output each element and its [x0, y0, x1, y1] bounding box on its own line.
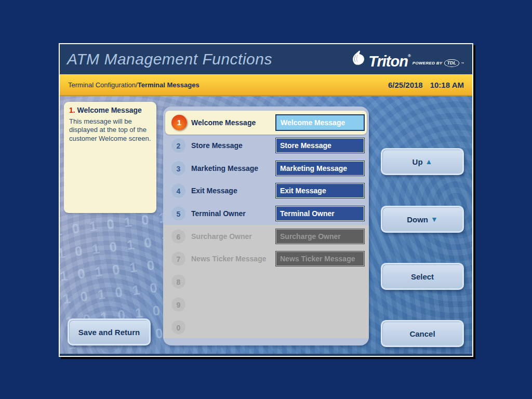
select-button[interactable]: Select: [381, 263, 464, 290]
menu-row: 8: [165, 270, 367, 293]
menu-row: 6 Surcharge Owner Surcharge Owner: [165, 225, 367, 248]
content-area: 1 0 1 0 1 0 1 0 1 0 1 0 1 01 0 1 0 1 0 1…: [60, 96, 472, 354]
info-title: 1. Welcome Message: [69, 106, 152, 114]
menu-item-number: 9: [171, 298, 185, 312]
menu-panel: 1 Welcome Message Welcome Message 2 Stor…: [163, 107, 369, 345]
menu-row: 0: [165, 316, 367, 339]
brand-logo: Triton® POWERED BY TDL ™: [351, 49, 472, 69]
trademark-icon: ™: [461, 62, 464, 65]
info-number: 1.: [69, 106, 75, 114]
menu-item-number: 8: [171, 275, 185, 289]
up-button-label: Up: [413, 157, 423, 166]
save-and-return-label: Save and Return: [78, 328, 140, 337]
down-arrow-icon: ▼: [431, 215, 438, 223]
shell-icon: [351, 49, 366, 68]
down-button-label: Down: [407, 215, 428, 224]
datetime: 6/25/2018 10:18 AM: [388, 81, 464, 89]
up-button[interactable]: Up▲: [381, 148, 464, 175]
menu-row[interactable]: 3 Marketing Message Marketing Message: [165, 157, 367, 180]
menu-row[interactable]: 1 Welcome Message Welcome Message: [165, 111, 367, 135]
header-bar: ATM Management Functions Triton® POWERED…: [60, 44, 472, 74]
menu-item-number: 1: [171, 115, 187, 130]
menu-item-number: 6: [171, 230, 185, 244]
menu-item-number: 7: [171, 252, 185, 266]
menu-item-label: News Ticker Message: [191, 255, 267, 263]
menu-row[interactable]: 2 Store Message Store Message: [165, 134, 367, 157]
menu-row[interactable]: 4 Exit Message Exit Message: [165, 179, 367, 202]
tdl-badge: TDL: [444, 59, 460, 67]
cancel-button[interactable]: Cancel: [381, 320, 464, 347]
menu-item-label: Marketing Message: [191, 164, 258, 172]
menu-item-number: 3: [171, 162, 185, 176]
menu-item-value: Exit Message: [275, 183, 365, 198]
page-title: ATM Management Functions: [60, 50, 272, 68]
menu-row[interactable]: 5 Terminal Owner Terminal Owner: [165, 202, 367, 225]
menu-row: 7 News Ticker Message News Ticker Messag…: [165, 247, 367, 270]
menu-item-number: 5: [171, 207, 185, 221]
brand-name: Triton®: [368, 54, 410, 69]
menu-item-number: 4: [171, 184, 185, 198]
menu-item-label: Surcharge Owner: [191, 232, 252, 241]
menu-item-number: 0: [171, 321, 185, 335]
menu-item-value: News Ticker Message: [275, 251, 365, 267]
breadcrumb-current: Terminal Messages: [138, 81, 200, 89]
breadcrumb-path: Terminal Configuration/: [68, 81, 138, 89]
breadcrumb-bar: Terminal Configuration/Terminal Messages…: [60, 74, 472, 96]
up-arrow-icon: ▲: [425, 157, 433, 166]
date-label: 6/25/2018: [388, 81, 423, 89]
select-button-label: Select: [411, 272, 434, 281]
menu-row: 9: [165, 293, 367, 316]
down-button[interactable]: Down▼: [381, 206, 464, 233]
menu-item-value: Terminal Owner: [275, 206, 365, 221]
atm-window: ATM Management Functions Triton® POWERED…: [59, 43, 473, 357]
menu-item-value: Surcharge Owner: [275, 229, 365, 244]
menu-item-label: Exit Message: [191, 187, 237, 195]
info-description: This message will be displayed at the to…: [69, 117, 152, 143]
menu-item-number: 2: [171, 139, 185, 153]
powered-by-badge: POWERED BY TDL ™: [413, 59, 464, 67]
menu-item-value: Store Message: [275, 138, 365, 153]
menu-item-value: Welcome Message: [275, 114, 365, 131]
info-panel: 1. Welcome Message This message will be …: [64, 102, 156, 213]
menu-item-label: Welcome Message: [191, 118, 256, 127]
cancel-button-label: Cancel: [409, 329, 435, 338]
powered-by-label: POWERED BY: [413, 61, 443, 65]
menu-item-label: Terminal Owner: [191, 209, 246, 218]
menu-item-label: Store Message: [191, 141, 243, 150]
menu-item-value: Marketing Message: [275, 161, 365, 176]
registered-mark-icon: ®: [408, 54, 410, 58]
breadcrumb: Terminal Configuration/Terminal Messages: [68, 81, 200, 89]
time-label: 10:18 AM: [430, 81, 464, 89]
save-and-return-button[interactable]: Save and Return: [68, 318, 151, 345]
